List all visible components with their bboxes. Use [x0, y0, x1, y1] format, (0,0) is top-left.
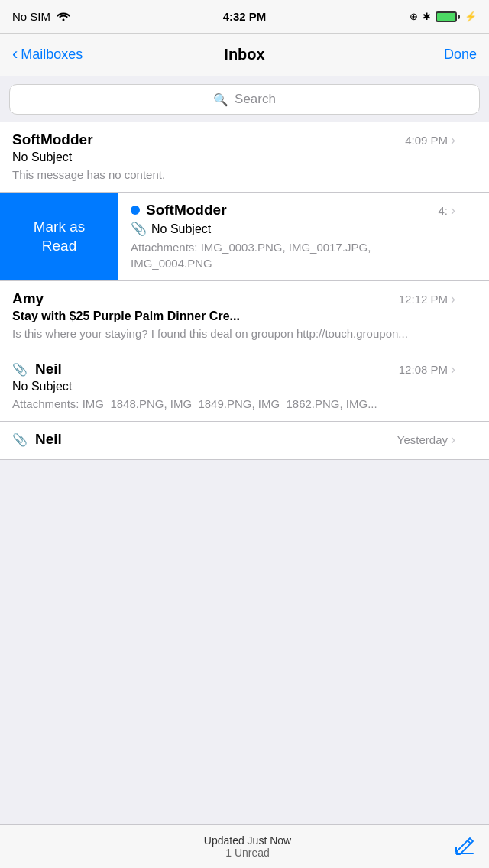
email-preview: Attachments: IMG_1848.PNG, IMG_1849.PNG,… — [12, 396, 455, 412]
search-placeholder: Search — [235, 92, 276, 107]
email-row-top: SoftModder 4: › — [131, 202, 455, 219]
email-time: 4:09 PM › — [405, 132, 455, 148]
chevron-right-icon: › — [451, 132, 455, 148]
attachment-icon: 📎 — [12, 362, 28, 377]
email-item[interactable]: Amy 12:12 PM › Stay with $25 Purple Palm… — [0, 281, 489, 351]
unread-dot-icon — [131, 206, 140, 215]
email-item[interactable]: SoftModder 4:09 PM › No Subject This mes… — [0, 122, 489, 193]
email-preview: This message has no content. — [12, 167, 455, 183]
back-chevron-icon: ‹ — [12, 46, 18, 63]
mark-as-read-button[interactable]: Mark asRead — [0, 193, 118, 280]
email-sender: Amy — [12, 290, 44, 307]
compose-button[interactable] — [452, 833, 477, 860]
swiped-email-wrapper: Mark asRead SoftModder 4: › 📎 No Subject… — [0, 193, 489, 281]
status-time: 4:32 PM — [223, 10, 267, 23]
email-preview: Attachments: IMG_0003.PNG, IMG_0017.JPG,… — [131, 239, 455, 271]
footer-unread-label: 1 Unread — [43, 847, 452, 859]
lock-icon: ⊕ — [410, 11, 418, 22]
email-subject: No Subject — [12, 151, 455, 164]
email-sender: 📎 Neil — [12, 431, 62, 448]
done-button[interactable]: Done — [444, 47, 477, 63]
email-subject: No Subject — [12, 380, 455, 394]
wifi-icon — [57, 10, 70, 23]
search-container: 🔍 Search — [0, 76, 489, 122]
email-subject: Stay with $25 Purple Palm Dinner Cre... — [12, 309, 455, 323]
email-sender: SoftModder — [131, 202, 227, 219]
email-list: SoftModder 4:09 PM › No Subject This mes… — [0, 122, 489, 460]
email-row-top: SoftModder 4:09 PM › — [12, 131, 455, 148]
email-time: 12:08 PM › — [399, 361, 455, 377]
email-item[interactable]: 📎 Neil Yesterday › — [0, 422, 489, 460]
email-row-top: Amy 12:12 PM › — [12, 290, 455, 307]
email-time: 12:12 PM › — [399, 291, 455, 307]
search-icon: 🔍 — [213, 92, 228, 107]
status-left: No SIM — [12, 10, 70, 23]
email-preview: Is this where your staying? I found this… — [12, 326, 455, 342]
footer-center: Updated Just Now 1 Unread — [43, 834, 452, 859]
status-right: ⊕ ✱ ⚡ — [410, 11, 477, 22]
inbox-title: Inbox — [224, 46, 264, 63]
footer: Updated Just Now 1 Unread — [0, 824, 489, 868]
status-bar: No SIM 4:32 PM ⊕ ✱ ⚡ — [0, 0, 489, 34]
email-row-top: 📎 Neil Yesterday › — [12, 431, 455, 448]
footer-updated-label: Updated Just Now — [43, 834, 452, 847]
chevron-right-icon: › — [451, 361, 455, 377]
email-item[interactable]: 📎 Neil 12:08 PM › No Subject Attachments… — [0, 351, 489, 422]
email-sender: SoftModder — [12, 131, 93, 148]
email-sender: 📎 Neil — [12, 361, 62, 377]
email-time: 4: › — [438, 202, 455, 219]
attachment-icon: 📎 — [12, 432, 28, 447]
bluetooth-icon: ✱ — [423, 11, 431, 22]
attachment-icon: 📎 — [131, 221, 147, 237]
chevron-right-icon: › — [451, 291, 455, 307]
chevron-right-icon: › — [451, 432, 455, 448]
email-item-swiped[interactable]: SoftModder 4: › 📎 No Subject Attachments… — [118, 193, 489, 280]
charging-icon: ⚡ — [465, 11, 477, 22]
back-label: Mailboxes — [21, 47, 83, 63]
chevron-right-icon: › — [451, 202, 455, 219]
nav-bar: ‹ Mailboxes Inbox Done — [0, 34, 489, 76]
carrier-label: No SIM — [12, 10, 50, 23]
email-time: Yesterday › — [397, 432, 455, 448]
mailboxes-back-button[interactable]: ‹ Mailboxes — [12, 47, 83, 63]
email-row-top: 📎 Neil 12:08 PM › — [12, 361, 455, 377]
battery-indicator — [436, 11, 460, 22]
search-bar[interactable]: 🔍 Search — [9, 84, 480, 115]
email-subject: 📎 No Subject — [131, 221, 455, 237]
